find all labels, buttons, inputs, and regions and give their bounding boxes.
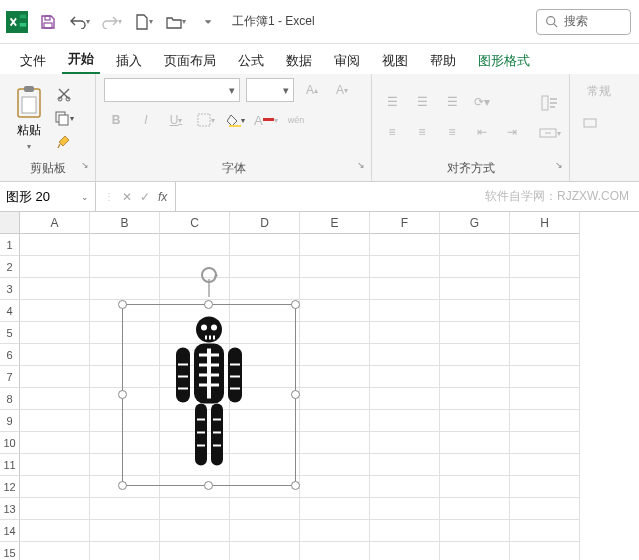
row-header[interactable]: 3 [0, 278, 20, 300]
column-header[interactable]: A [20, 212, 90, 234]
align-top-button[interactable]: ☰ [380, 90, 404, 114]
formula-input[interactable] [176, 182, 475, 211]
italic-button[interactable]: I [134, 108, 158, 132]
tab-data[interactable]: 数据 [280, 48, 318, 74]
column-header[interactable]: H [510, 212, 580, 234]
align-right-button[interactable]: ≡ [440, 120, 464, 144]
tab-shape-format[interactable]: 图形格式 [472, 48, 536, 74]
undo-button[interactable]: ▾ [70, 12, 90, 32]
cancel-formula-button[interactable]: ✕ [122, 190, 132, 204]
paste-button[interactable]: 粘贴 ▾ [8, 85, 50, 151]
align-bottom-button[interactable]: ☰ [440, 90, 464, 114]
svg-rect-32 [176, 348, 190, 403]
increase-font-button[interactable]: A▴ [300, 78, 324, 102]
resize-handle-ne[interactable] [291, 300, 300, 309]
tab-formulas[interactable]: 公式 [232, 48, 270, 74]
row-header[interactable]: 6 [0, 344, 20, 366]
column-header[interactable]: B [90, 212, 160, 234]
redo-button[interactable]: ▾ [102, 12, 122, 32]
svg-rect-9 [22, 97, 36, 113]
formula-bar: 图形 20 ⌄ ⋮ ✕ ✓ fx 软件自学网：RJZXW.COM [0, 182, 639, 212]
name-box[interactable]: 图形 20 ⌄ [0, 182, 96, 211]
row-header[interactable]: 12 [0, 476, 20, 498]
new-file-button[interactable]: ▾ [134, 12, 154, 32]
border-button[interactable]: ▾ [194, 108, 218, 132]
font-color-button[interactable]: A▾ [254, 108, 278, 132]
cut-button[interactable] [54, 85, 74, 103]
tab-help[interactable]: 帮助 [424, 48, 462, 74]
tab-review[interactable]: 审阅 [328, 48, 366, 74]
title-bar: ▾ ▾ ▾ ▾ ⏷ 工作簿1 - Excel 搜索 [0, 0, 639, 44]
row-header[interactable]: 11 [0, 454, 20, 476]
decrease-indent-button[interactable]: ⇤ [470, 120, 494, 144]
row-header[interactable]: 9 [0, 410, 20, 432]
chevron-down-icon: ▾ [27, 142, 31, 151]
rotate-handle[interactable] [198, 267, 220, 304]
enter-formula-button[interactable]: ✓ [140, 190, 150, 204]
resize-handle-se[interactable] [291, 481, 300, 490]
bold-button[interactable]: B [104, 108, 128, 132]
row-header[interactable]: 7 [0, 366, 20, 388]
align-left-button[interactable]: ≡ [380, 120, 404, 144]
alignment-launcher[interactable]: ↘ [555, 160, 563, 170]
font-name-dropdown[interactable]: ▾ [104, 78, 240, 102]
fill-color-button[interactable]: ▾ [224, 108, 248, 132]
tab-home[interactable]: 开始 [62, 46, 100, 74]
cell-grid[interactable]: /* rows rendered below via template repe… [20, 234, 639, 560]
column-header[interactable]: F [370, 212, 440, 234]
watermark-text: 软件自学网：RJZXW.COM [475, 182, 639, 211]
row-header[interactable]: 1 [0, 234, 20, 256]
currency-button[interactable] [578, 111, 602, 135]
row-header[interactable]: 14 [0, 520, 20, 542]
row-header[interactable]: 4 [0, 300, 20, 322]
align-middle-button[interactable]: ☰ [410, 90, 434, 114]
resize-handle-nw[interactable] [118, 300, 127, 309]
resize-handle-w[interactable] [118, 390, 127, 399]
font-size-dropdown[interactable]: ▾ [246, 78, 294, 102]
merge-center-button[interactable]: ▾ [538, 121, 562, 145]
skeleton-icon[interactable] [169, 314, 249, 477]
tab-insert[interactable]: 插入 [110, 48, 148, 74]
insert-function-button[interactable]: fx [158, 190, 167, 204]
shape-selection[interactable] [122, 304, 296, 486]
svg-rect-38 [230, 376, 240, 378]
wrap-text-button[interactable] [538, 91, 562, 115]
formula-dropdown-icon[interactable]: ⋮ [104, 191, 114, 202]
row-header[interactable]: 15 [0, 542, 20, 560]
column-header[interactable]: D [230, 212, 300, 234]
svg-rect-40 [195, 404, 207, 466]
orientation-button[interactable]: ⟳▾ [470, 90, 494, 114]
decrease-font-button[interactable]: A▾ [330, 78, 354, 102]
align-center-button[interactable]: ≡ [410, 120, 434, 144]
row-header[interactable]: 10 [0, 432, 20, 454]
row-header[interactable]: 5 [0, 322, 20, 344]
number-format-dropdown[interactable]: 常规 [578, 78, 620, 105]
name-box-value: 图形 20 [6, 188, 50, 206]
increase-indent-button[interactable]: ⇥ [500, 120, 524, 144]
column-header[interactable]: G [440, 212, 510, 234]
copy-button[interactable]: ▾ [54, 109, 74, 127]
save-button[interactable] [38, 12, 58, 32]
underline-button[interactable]: U▾ [164, 108, 188, 132]
svg-rect-14 [198, 114, 210, 126]
resize-handle-n[interactable] [204, 300, 213, 309]
font-launcher[interactable]: ↘ [357, 160, 365, 170]
column-header[interactable]: C [160, 212, 230, 234]
resize-handle-s[interactable] [204, 481, 213, 490]
resize-handle-e[interactable] [291, 390, 300, 399]
qat-customize-button[interactable]: ⏷ [198, 12, 218, 32]
tab-view[interactable]: 视图 [376, 48, 414, 74]
tab-file[interactable]: 文件 [14, 48, 52, 74]
search-box[interactable]: 搜索 [536, 9, 631, 35]
row-header[interactable]: 13 [0, 498, 20, 520]
row-header[interactable]: 8 [0, 388, 20, 410]
tab-page-layout[interactable]: 页面布局 [158, 48, 222, 74]
resize-handle-sw[interactable] [118, 481, 127, 490]
row-header[interactable]: 2 [0, 256, 20, 278]
format-painter-button[interactable] [54, 133, 74, 151]
column-header[interactable]: E [300, 212, 370, 234]
select-all-corner[interactable] [0, 212, 20, 234]
phonetic-guide-button[interactable]: wén [284, 108, 308, 132]
open-folder-button[interactable]: ▾ [166, 12, 186, 32]
clipboard-launcher[interactable]: ↘ [81, 160, 89, 170]
